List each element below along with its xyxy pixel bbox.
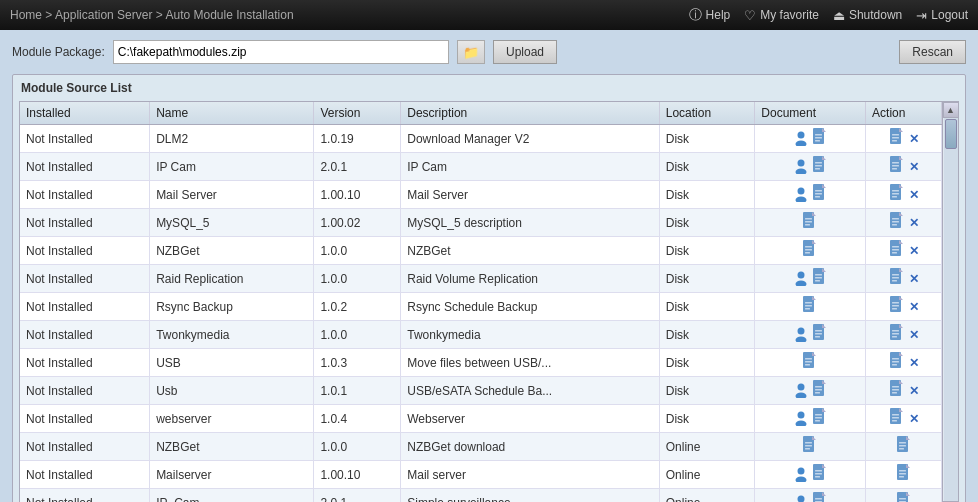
install-icon[interactable] [889, 268, 905, 289]
svg-rect-40 [805, 224, 810, 226]
col-document: Document [755, 102, 866, 125]
cell-document [755, 181, 866, 209]
browse-button[interactable]: 📁 [457, 40, 485, 64]
install-icon[interactable] [889, 156, 905, 177]
scroll-thumb[interactable] [945, 119, 957, 149]
table-row: Not Installed IP Cam 2.0.1 IP Cam Disk [20, 153, 942, 181]
favorite-nav-item[interactable]: ♡ My favorite [744, 8, 819, 23]
cell-name: Raid Replication [150, 265, 314, 293]
document-icon [889, 408, 905, 426]
document-icon [812, 464, 828, 482]
svg-rect-71 [805, 305, 812, 307]
remove-icon[interactable]: ✕ [909, 188, 919, 202]
svg-point-56 [797, 272, 804, 279]
svg-rect-66 [892, 277, 899, 279]
cell-description: Mail server [401, 461, 660, 489]
scrollbar[interactable]: ▲ ▼ [942, 102, 958, 502]
cell-action: ✕ [866, 405, 942, 433]
remove-icon[interactable]: ✕ [909, 384, 919, 398]
install-icon[interactable] [889, 240, 905, 261]
remove-icon[interactable]: ✕ [909, 328, 919, 342]
install-icon[interactable] [889, 296, 905, 317]
shutdown-nav-item[interactable]: ⏏ Shutdown [833, 8, 902, 23]
help-nav-item[interactable]: ⓘ Help [689, 6, 731, 24]
cell-installed: Not Installed [20, 293, 150, 321]
module-package-input[interactable] [113, 40, 449, 64]
cell-installed: Not Installed [20, 321, 150, 349]
svg-rect-116 [815, 414, 822, 416]
table-row: Not Installed Twonkymedia 1.0.0 Twonkyme… [20, 321, 942, 349]
cell-version: 1.0.0 [314, 237, 401, 265]
install-icon[interactable] [889, 380, 905, 401]
cell-location: Disk [659, 265, 755, 293]
col-version: Version [314, 102, 401, 125]
cell-installed: Not Installed [20, 461, 150, 489]
logout-nav-item[interactable]: ⇥ Logout [916, 8, 968, 23]
svg-rect-84 [815, 336, 820, 338]
cell-description: Mail Server [401, 181, 660, 209]
svg-rect-104 [815, 386, 822, 388]
remove-icon[interactable]: ✕ [909, 412, 919, 426]
remove-icon[interactable]: ✕ [909, 244, 919, 258]
svg-rect-48 [805, 246, 812, 248]
install-icon[interactable] [889, 184, 905, 205]
document-icon [896, 464, 912, 482]
svg-rect-155 [899, 498, 906, 500]
cell-description: NZBGet download [401, 433, 660, 461]
rescan-button[interactable]: Rescan [899, 40, 966, 64]
remove-icon[interactable]: ✕ [909, 160, 919, 174]
cell-document [755, 237, 866, 265]
cell-action [866, 489, 942, 503]
cell-description: USB/eSATA Schedule Ba... [401, 377, 660, 405]
table-row: Not Installed Mailserver 1.00.10 Mail se… [20, 461, 942, 489]
remove-icon[interactable]: ✕ [909, 272, 919, 286]
cell-action: ✕ [866, 153, 942, 181]
svg-marker-154 [906, 492, 910, 496]
breadcrumb-app-server[interactable]: Application Server [55, 8, 152, 22]
install-icon[interactable] [896, 492, 912, 502]
cell-action: ✕ [866, 209, 942, 237]
breadcrumb-current[interactable]: Auto Module Installation [165, 8, 293, 22]
cell-name: IP_Cam [150, 489, 314, 503]
svg-rect-123 [892, 420, 897, 422]
install-icon[interactable] [889, 352, 905, 373]
svg-rect-70 [805, 302, 812, 304]
svg-rect-18 [815, 168, 820, 170]
svg-marker-52 [899, 240, 903, 244]
cell-description: IP Cam [401, 153, 660, 181]
scroll-up-arrow[interactable]: ▲ [943, 102, 959, 118]
svg-rect-110 [892, 389, 899, 391]
breadcrumb-home[interactable]: Home [10, 8, 42, 22]
install-icon[interactable] [889, 212, 905, 233]
svg-rect-5 [815, 137, 822, 139]
remove-icon[interactable]: ✕ [909, 216, 919, 230]
user-icon [793, 410, 809, 426]
remove-icon[interactable]: ✕ [909, 300, 919, 314]
install-icon[interactable] [889, 128, 905, 149]
svg-rect-17 [815, 165, 822, 167]
cell-version: 1.0.0 [314, 433, 401, 461]
remove-icon[interactable]: ✕ [909, 132, 919, 146]
table-row: Not Installed USB 1.0.3 Move files betwe… [20, 349, 942, 377]
cell-name: webserver [150, 405, 314, 433]
install-icon[interactable] [896, 464, 912, 485]
cell-location: Disk [659, 405, 755, 433]
svg-rect-144 [899, 473, 906, 475]
install-icon[interactable] [889, 408, 905, 429]
svg-rect-62 [815, 280, 820, 282]
svg-rect-45 [892, 224, 897, 226]
svg-rect-60 [815, 274, 822, 276]
cell-document [755, 461, 866, 489]
document-icon [889, 212, 905, 230]
svg-rect-88 [892, 333, 899, 335]
svg-rect-140 [815, 476, 820, 478]
svg-rect-122 [892, 417, 899, 419]
upload-button[interactable]: Upload [493, 40, 557, 64]
install-icon[interactable] [889, 324, 905, 345]
install-icon[interactable] [896, 436, 912, 457]
svg-rect-4 [815, 134, 822, 136]
remove-icon[interactable]: ✕ [909, 356, 919, 370]
svg-point-134 [797, 468, 804, 475]
table-row: Not Installed Mail Server 1.00.10 Mail S… [20, 181, 942, 209]
svg-point-101 [795, 393, 806, 399]
